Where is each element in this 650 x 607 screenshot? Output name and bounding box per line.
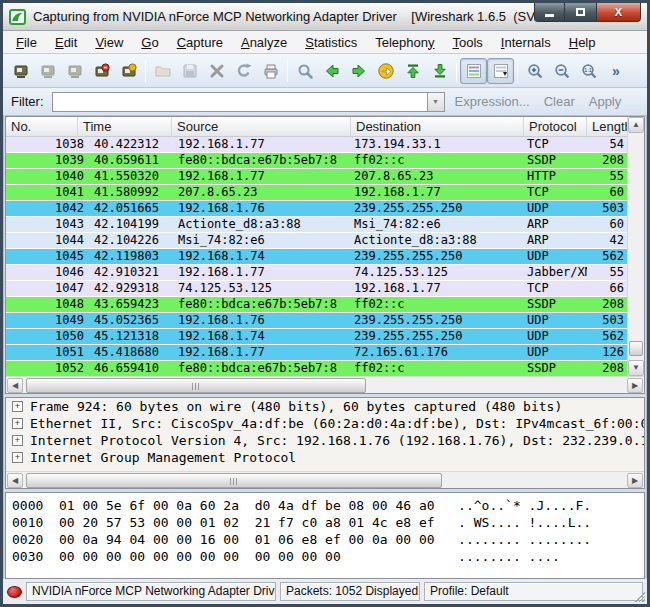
menu-item-telephony[interactable]: Telephony <box>366 33 443 52</box>
packet-row-1040[interactable]: 104041.550320192.168.1.77207.8.65.23HTTP… <box>6 169 644 185</box>
packet-row-1044[interactable]: 104442.104226Msi_74:82:e6Actionte_d8:a3:… <box>6 233 644 249</box>
packet-details-pane: +Frame 924: 60 bytes on wire (480 bits),… <box>5 397 645 489</box>
minimize-button[interactable] <box>534 3 565 22</box>
column-header-time[interactable]: Time <box>78 117 172 137</box>
menu-item-edit[interactable]: Edit <box>46 33 86 52</box>
zoom-out-button[interactable] <box>548 58 575 84</box>
cell-no: 1039 <box>6 153 86 168</box>
toolbar-overflow-chevron-icon[interactable]: » <box>612 63 620 79</box>
go-bottom-button[interactable] <box>426 58 453 84</box>
packet-row-1049[interactable]: 104945.052365192.168.1.76239.255.255.250… <box>6 313 644 329</box>
cell-len: 55 <box>587 169 624 184</box>
file-close-button[interactable] <box>203 58 230 84</box>
packet-list-horizontal-scrollbar[interactable]: ◀ ▶ <box>6 376 644 393</box>
menu-item-capture[interactable]: Capture <box>168 33 232 52</box>
file-open-button[interactable] <box>149 58 176 84</box>
cell-src: 192.168.1.74 <box>172 329 351 344</box>
packet-row-1043[interactable]: 104342.104199Actionte_d8:a3:88Msi_74:82:… <box>6 217 644 233</box>
filter-dropdown-button[interactable]: ▼ <box>428 92 445 112</box>
vertical-scroll-thumb[interactable] <box>629 341 643 356</box>
zoom-100-button[interactable]: 1:1 <box>575 58 602 84</box>
column-header-destination[interactable]: Destination <box>351 117 524 137</box>
go-to-packet-button[interactable] <box>372 58 399 84</box>
file-save-button[interactable] <box>176 58 203 84</box>
packet-row-1042[interactable]: 104242.051665192.168.1.76239.255.255.250… <box>6 201 644 217</box>
packet-row-1045[interactable]: 104542.119803192.168.1.74239.255.255.250… <box>6 249 644 265</box>
reload-button[interactable] <box>230 58 257 84</box>
zoom-in-button[interactable] <box>521 58 548 84</box>
auto-scroll-toggle-button[interactable] <box>487 58 514 84</box>
list-interfaces-button[interactable] <box>7 58 34 84</box>
cell-proto: UDP <box>524 345 587 360</box>
packet-list-rows: 103840.422312192.168.1.77173.194.33.1TCP… <box>6 137 644 376</box>
expand-plus-icon[interactable]: + <box>12 435 23 446</box>
packet-list-vertical-scrollbar[interactable]: ▲ ▼ <box>627 117 644 376</box>
packet-row-1039[interactable]: 103940.659611fe80::bdca:e67b:5eb7:8ff02:… <box>6 153 644 169</box>
hex-dump-line: 0010 00 20 57 53 00 00 01 02 21 f7 c0 a8… <box>12 514 644 531</box>
expand-plus-icon[interactable]: + <box>12 452 23 463</box>
column-header-protocol[interactable]: Protocol <box>524 117 587 137</box>
colorize-toggle-button[interactable] <box>460 58 487 84</box>
packet-row-1052[interactable]: 105246.659410fe80::bdca:e67b:5eb7:8ff02:… <box>6 361 644 376</box>
expression-button[interactable]: Expression... <box>455 94 530 109</box>
filter-input[interactable] <box>52 92 428 112</box>
packet-row-1038[interactable]: 103840.422312192.168.1.77173.194.33.1TCP… <box>6 137 644 153</box>
cell-proto: SSDP <box>524 361 587 376</box>
packet-row-1047[interactable]: 104742.92931874.125.53.125192.168.1.77TC… <box>6 281 644 297</box>
detail-line[interactable]: +Frame 924: 60 bytes on wire (480 bits),… <box>6 398 644 415</box>
arrow-left-icon: ◀ <box>12 476 18 485</box>
packet-row-1046[interactable]: 104642.910321192.168.1.7774.125.53.125Ja… <box>6 265 644 281</box>
capture-start-button[interactable] <box>61 58 88 84</box>
details-horizontal-scrollbar[interactable]: ◀ ▶ <box>6 471 644 488</box>
detail-line[interactable]: +Internet Protocol Version 4, Src: 192.1… <box>6 432 644 449</box>
menu-item-statistics[interactable]: Statistics <box>296 33 366 52</box>
detail-line[interactable]: +Internet Group Management Protocol <box>6 449 644 466</box>
close-button[interactable]: X <box>596 3 641 22</box>
column-header-no[interactable]: No. <box>6 117 78 137</box>
packet-row-1048[interactable]: 104843.659423fe80::bdca:e67b:5eb7:8ff02:… <box>6 297 644 313</box>
horizontal-scroll-thumb[interactable] <box>26 378 366 393</box>
filter-label: Filter: <box>11 94 44 109</box>
capture-options-button[interactable] <box>34 58 61 84</box>
capture-stop-button[interactable] <box>88 58 115 84</box>
packet-row-1041[interactable]: 104141.580992207.8.65.23192.168.1.77TCP6… <box>6 185 644 201</box>
packet-list-pane: No.TimeSourceDestinationProtocolLength 1… <box>5 116 645 394</box>
scroll-right-button[interactable]: ▶ <box>627 378 643 393</box>
menu-item-internals[interactable]: Internals <box>492 33 560 52</box>
packet-bytes-pane[interactable]: 0000 01 00 5e 6f 00 0a 60 2a d0 4a df be… <box>5 492 645 579</box>
packet-row-1050[interactable]: 105045.121318192.168.1.74239.255.255.250… <box>6 329 644 345</box>
maximize-button[interactable] <box>565 3 596 22</box>
menu-item-tools[interactable]: Tools <box>444 33 492 52</box>
packet-row-1051[interactable]: 105145.418680192.168.1.7772.165.61.176UD… <box>6 345 644 361</box>
apply-button[interactable]: Apply <box>589 94 622 109</box>
detail-line-text: Internet Protocol Version 4, Src: 192.16… <box>30 433 644 448</box>
clear-button[interactable]: Clear <box>544 94 575 109</box>
detail-line[interactable]: +Ethernet II, Src: CiscoSpv_4a:df:be (60… <box>6 415 644 432</box>
go-forward-button[interactable] <box>345 58 372 84</box>
go-top-button[interactable] <box>399 58 426 84</box>
filter-bar: Filter: ▼ Expression... Clear Apply <box>3 88 647 116</box>
cell-no: 1041 <box>6 185 86 200</box>
scroll-up-button[interactable]: ▲ <box>628 117 644 133</box>
menu-item-analyze[interactable]: Analyze <box>232 33 296 52</box>
menu-item-go[interactable]: Go <box>132 33 167 52</box>
expand-plus-icon[interactable]: + <box>12 418 23 429</box>
resize-grip[interactable] <box>633 590 645 602</box>
go-back-button[interactable] <box>318 58 345 84</box>
menu-item-file[interactable]: File <box>7 33 46 52</box>
wireshark-window: Capturing from NVIDIA nForce MCP Network… <box>0 0 650 607</box>
scroll-left-button[interactable]: ◀ <box>7 473 23 488</box>
column-header-source[interactable]: Source <box>172 117 351 137</box>
title-bar[interactable]: Capturing from NVIDIA nForce MCP Network… <box>3 3 647 31</box>
capture-restart-button[interactable] <box>115 58 142 84</box>
chevron-down-icon: ▼ <box>432 98 439 105</box>
menu-item-view[interactable]: View <box>86 33 132 52</box>
print-button[interactable] <box>257 58 284 84</box>
find-button[interactable] <box>291 58 318 84</box>
horizontal-scroll-thumb[interactable] <box>26 473 442 488</box>
scroll-left-button[interactable]: ◀ <box>7 378 23 393</box>
scroll-right-button[interactable]: ▶ <box>627 473 643 488</box>
menu-item-help[interactable]: Help <box>560 33 605 52</box>
scroll-down-button[interactable]: ▼ <box>628 360 644 376</box>
expand-plus-icon[interactable]: + <box>12 401 23 412</box>
